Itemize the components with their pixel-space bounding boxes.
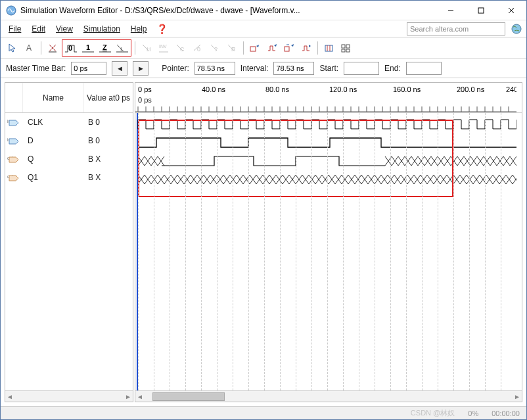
globe-icon[interactable] xyxy=(511,23,522,35)
menu-edit[interactable]: Edit xyxy=(28,22,49,35)
svg-text:INV: INV xyxy=(159,44,167,49)
signal-name: CLK xyxy=(22,118,84,127)
left-hscrollbar[interactable]: ◄► xyxy=(5,390,133,402)
signal-row[interactable]: inDB 0 xyxy=(5,131,133,150)
in-pin-icon: in xyxy=(5,136,22,145)
invert-icon[interactable]: I xyxy=(114,40,130,56)
signal-name: D xyxy=(22,136,84,145)
run-all-icon[interactable] xyxy=(281,40,297,56)
svg-text:160.0 ns: 160.0 ns xyxy=(393,85,421,93)
force-value-group: 0 1 Z I xyxy=(62,39,131,57)
app-icon xyxy=(6,5,16,16)
master-timebar-label: Master Time Bar: xyxy=(6,64,66,73)
svg-rect-36 xyxy=(342,49,345,52)
status-percent: 0% xyxy=(468,409,478,417)
svg-text:200.0 ns: 200.0 ns xyxy=(457,85,485,93)
pointer-tool-icon[interactable] xyxy=(5,40,20,56)
force-1-icon[interactable]: 1 xyxy=(80,40,96,56)
waveform-hscrollbar[interactable]: ◄ ► xyxy=(135,390,522,402)
svg-rect-29 xyxy=(285,47,289,51)
timebar-prev-button[interactable]: ◄ xyxy=(112,61,127,76)
toolbar: A 0 1 Z I H INV C 0 ? R xyxy=(1,37,526,58)
signal-name: Q xyxy=(22,154,84,164)
xrandom-icon[interactable]: R xyxy=(224,40,240,56)
svg-rect-2 xyxy=(478,8,484,13)
signal-value: B 0 xyxy=(84,118,133,127)
menu-simulation[interactable]: Simulation xyxy=(80,22,124,35)
zoom-icon[interactable] xyxy=(338,40,354,56)
column-name[interactable]: Name xyxy=(22,83,84,112)
svg-rect-31 xyxy=(325,45,332,51)
out-pin-icon: out xyxy=(5,173,22,182)
search-input[interactable]: Search altera.com xyxy=(407,22,505,35)
high-icon[interactable]: H xyxy=(139,40,154,56)
signal-row[interactable]: outQB X xyxy=(5,150,133,168)
clock-icon[interactable]: C xyxy=(173,40,189,56)
snap-icon[interactable] xyxy=(321,40,337,56)
signal-value: B X xyxy=(84,154,133,164)
svg-rect-28 xyxy=(250,47,256,51)
count-icon[interactable]: 0 xyxy=(190,40,206,56)
waveform-area[interactable] xyxy=(135,113,522,390)
menu-help[interactable]: Help xyxy=(127,22,151,35)
minimize-button[interactable] xyxy=(436,1,466,20)
svg-text:0 ps: 0 ps xyxy=(138,85,152,93)
svg-text:A: A xyxy=(26,43,32,53)
maximize-button[interactable] xyxy=(466,1,496,20)
svg-rect-35 xyxy=(346,45,350,48)
close-button[interactable] xyxy=(496,1,526,20)
signal-list-panel: Name Value at0 ps inCLKB 0inDB 0outQB Xo… xyxy=(5,82,133,402)
pointer-label: Pointer: xyxy=(162,64,189,73)
start-input[interactable] xyxy=(344,62,379,75)
svg-text:80.0 ns: 80.0 ns xyxy=(265,85,290,93)
xnot-icon[interactable]: ? xyxy=(207,40,223,56)
waveform-panel: 0 ps 0 ps40.0 ns80.0 ns120.0 ns160.0 ns2… xyxy=(135,82,522,402)
svg-point-5 xyxy=(512,24,521,34)
out-pin-icon: out xyxy=(5,154,22,164)
menu-view[interactable]: View xyxy=(52,22,77,35)
force-0-icon[interactable]: 0 xyxy=(63,40,79,56)
pointer-input[interactable] xyxy=(195,62,235,75)
end-label: End: xyxy=(384,64,401,73)
window-title: Simulation Waveform Editor - D:/S3/QRS/e… xyxy=(20,6,436,15)
svg-text:C: C xyxy=(180,46,185,53)
run-functional-icon[interactable] xyxy=(247,40,263,56)
svg-text:0: 0 xyxy=(197,46,200,53)
svg-text:40.0 ns: 40.0 ns xyxy=(202,85,226,93)
timebar-next-button[interactable]: ► xyxy=(133,61,149,76)
end-input[interactable] xyxy=(406,62,442,75)
svg-rect-34 xyxy=(342,45,345,48)
run-timing-icon[interactable] xyxy=(264,40,280,56)
watermark: CSDN @林奴 xyxy=(411,408,455,418)
svg-text:240.0 ns: 240.0 ns xyxy=(506,85,516,93)
signal-row[interactable]: inCLKB 0 xyxy=(5,113,133,131)
dont-care-icon[interactable] xyxy=(45,40,60,56)
svg-line-261 xyxy=(513,175,516,184)
settings-icon[interactable] xyxy=(298,40,314,56)
menu-file[interactable]: File xyxy=(5,22,25,35)
status-time: 00:00:00 xyxy=(492,409,520,417)
force-z-icon[interactable]: Z xyxy=(97,40,113,56)
column-value[interactable]: Value at0 ps xyxy=(84,83,133,112)
svg-text:H: H xyxy=(147,46,151,53)
help-icon[interactable]: ❓ xyxy=(156,24,168,34)
svg-text:?: ? xyxy=(214,46,218,53)
in-pin-icon: in xyxy=(5,118,22,127)
signal-value: B 0 xyxy=(84,136,133,145)
svg-text:R: R xyxy=(231,46,236,53)
start-label: Start: xyxy=(319,64,338,73)
inv-icon[interactable]: INV xyxy=(156,40,172,56)
text-tool-icon[interactable]: A xyxy=(22,40,37,56)
signal-value: B X xyxy=(84,173,133,182)
interval-label: Interval: xyxy=(241,64,269,73)
svg-text:Z: Z xyxy=(103,43,107,51)
time-ruler[interactable]: 0 ps 0 ps40.0 ns80.0 ns120.0 ns160.0 ns2… xyxy=(135,83,522,113)
svg-text:120.0 ns: 120.0 ns xyxy=(329,85,357,93)
signal-name: Q1 xyxy=(22,173,84,182)
svg-rect-37 xyxy=(346,49,350,52)
signal-row[interactable]: outQ1B X xyxy=(5,168,133,187)
interval-input[interactable] xyxy=(273,62,314,75)
master-timebar-input[interactable] xyxy=(71,62,106,75)
svg-text:1: 1 xyxy=(86,43,90,51)
